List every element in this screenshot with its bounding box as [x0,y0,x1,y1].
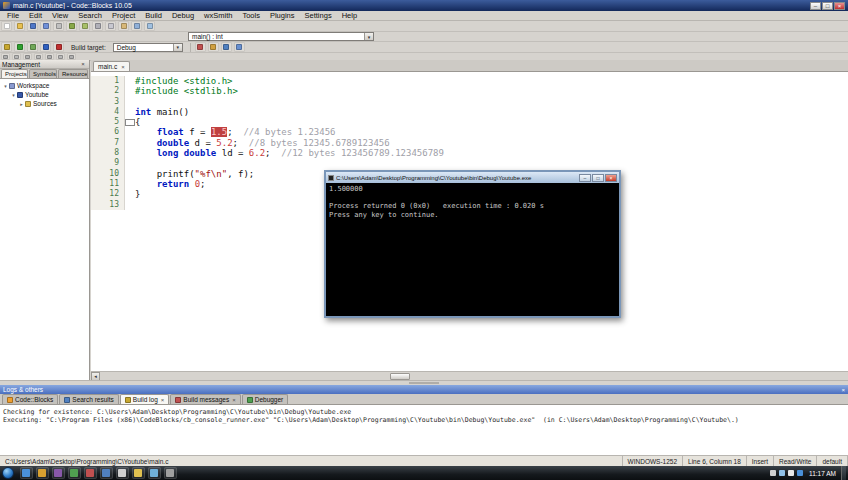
taskbar-app-10-icon[interactable] [164,467,177,479]
zoom-code-icon[interactable] [67,53,76,60]
symbols-toggle-icon[interactable] [1,53,10,60]
minimize-button[interactable]: – [810,2,821,10]
menu-view[interactable]: View [47,11,73,21]
project-tree: ▾Workspace▾Youtube▸Sources [0,79,89,380]
console-line-2 [329,194,616,203]
close-tab-icon[interactable]: × [121,64,125,70]
console-window[interactable]: C:\Users\Adam\Desktop\Programming\C\Yout… [324,170,621,318]
close-tab-icon[interactable]: × [232,397,236,403]
show-desktop-button[interactable] [841,466,846,480]
tray-icon-2[interactable] [779,470,785,476]
menu-build[interactable]: Build [140,11,167,21]
taskbar-app-7-icon[interactable] [116,467,129,479]
logs-tab-search-results[interactable]: Search results [59,394,119,404]
tree-item-youtube[interactable]: ▾Youtube [0,90,89,99]
menu-project[interactable]: Project [107,11,140,21]
tree-expander-icon[interactable]: ▾ [10,92,17,98]
build-and-run-icon[interactable] [27,42,38,52]
save-all-icon[interactable] [40,21,51,31]
open-files-toggle-icon[interactable] [12,53,21,60]
rebuild-icon[interactable] [40,42,51,52]
debug-continue-icon[interactable] [195,42,206,52]
open-file-icon[interactable] [14,21,25,31]
taskbar-app-2-icon[interactable] [36,467,49,479]
code-text: #include <stdlib.h> [135,86,848,96]
cut-icon[interactable] [92,21,103,31]
chevron-down-icon[interactable]: ▾ [364,33,373,40]
paste-icon[interactable] [118,21,129,31]
close-file-icon[interactable] [53,21,64,31]
toolbar-file [0,21,848,32]
menu-file[interactable]: File [2,11,24,21]
copy-icon[interactable] [105,21,116,31]
symbol-combobox[interactable]: main() : int ▾ [188,32,374,41]
close-tab-icon[interactable]: × [161,397,165,403]
undo-icon[interactable] [66,21,77,31]
run-to-cursor-icon[interactable] [208,42,219,52]
new-file-icon[interactable] [1,21,12,31]
logs-tab-debugger[interactable]: Debugger [242,394,289,404]
run-icon[interactable] [14,42,25,52]
menu-wxsmith[interactable]: wxSmith [199,11,237,21]
close-button[interactable]: × [834,2,845,10]
management-tab-projects[interactable]: Projects [1,69,28,78]
step-into-icon[interactable] [234,42,245,52]
splitter-grip [409,382,439,384]
menu-tools[interactable]: Tools [237,11,265,21]
taskbar-app-9-icon[interactable] [148,467,161,479]
menu-search[interactable]: Search [73,11,107,21]
taskbar-app-3-icon[interactable] [52,467,65,479]
step-over-icon[interactable] [221,42,232,52]
management-tab-symbols[interactable]: Symbols [29,69,57,78]
find-icon[interactable] [131,21,142,31]
logs-tab-code-blocks[interactable]: Code::Blocks [2,394,58,404]
console-close-button[interactable]: × [605,174,617,182]
console-titlebar[interactable]: C:\Users\Adam\Desktop\Programming\C\Yout… [326,172,619,183]
save-icon[interactable] [27,21,38,31]
logs-tab-build-messages[interactable]: Build messages× [170,394,240,404]
logs-toggle-icon[interactable] [34,53,43,60]
projects-toggle-icon[interactable] [23,53,32,60]
build-target-combobox[interactable]: Debug ▾ [113,43,183,52]
menu-plugins[interactable]: Plugins [265,11,300,21]
menu-edit[interactable]: Edit [24,11,47,21]
fold-margin [125,148,135,158]
maximize-button[interactable]: □ [822,2,833,10]
tree-item-sources[interactable]: ▸Sources [0,99,89,108]
taskbar-app-1-icon[interactable] [20,467,33,479]
start-button[interactable] [2,467,14,479]
tree-item-workspace[interactable]: ▾Workspace [0,81,89,90]
management-close-icon[interactable]: × [79,61,87,67]
tree-expander-icon[interactable]: ▾ [2,83,9,89]
fold-icon[interactable]: - [125,119,135,126]
logs-tab-build-log[interactable]: Build log× [120,394,169,404]
redo-icon[interactable] [79,21,90,31]
tray-icon-4[interactable] [797,470,803,476]
editor-hscrollbar[interactable]: ◂ [91,371,848,380]
build-icon[interactable] [1,42,12,52]
management-tab-resources[interactable]: Resources [58,69,88,78]
chevron-down-icon[interactable]: ▾ [173,44,182,51]
taskbar-app-4-icon[interactable] [68,467,81,479]
tray-icon-1[interactable] [770,470,776,476]
fold-margin [125,97,135,107]
menu-settings[interactable]: Settings [300,11,337,21]
logs-close-icon[interactable]: × [841,387,845,393]
taskbar-clock[interactable]: 11:17 AM [809,470,836,477]
taskbar-app-5-icon[interactable] [84,467,97,479]
fullscreen-toggle-icon[interactable] [45,53,54,60]
replace-icon[interactable] [144,21,155,31]
menu-debug[interactable]: Debug [167,11,199,21]
console-maximize-button[interactable]: □ [592,174,604,182]
tray-icon-3[interactable] [788,470,794,476]
hscroll-thumb[interactable] [390,373,410,380]
tree-expander-icon[interactable]: ▸ [18,101,25,107]
abort-build-icon[interactable] [53,42,64,52]
taskbar-app-8-icon[interactable] [132,467,145,479]
console-minimize-button[interactable]: – [579,174,591,182]
menu-help[interactable]: Help [337,11,362,21]
taskbar-app-6-icon[interactable] [100,467,113,479]
editor-tab-main-c[interactable]: main.c × [93,61,130,71]
log-tab-label: Build messages [183,396,229,403]
highlight-mode-icon[interactable] [56,53,65,60]
